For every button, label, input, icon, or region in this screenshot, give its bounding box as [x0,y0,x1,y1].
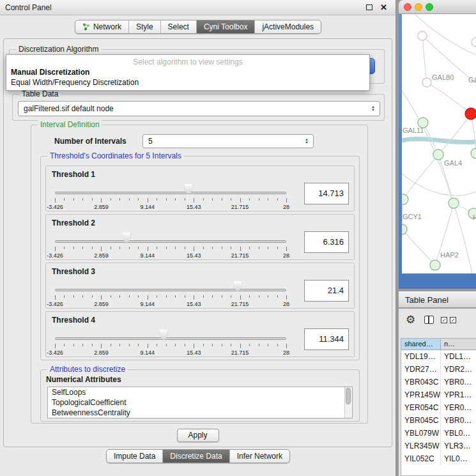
column-header-name[interactable]: n… [441,339,476,349]
table-row[interactable]: YDR27…YDR2… [401,363,476,376]
minimize-traffic-light[interactable] [415,3,422,11]
select-all-checkbox-icon[interactable]: ✓ [441,317,447,323]
table-panel: ⚙ ✓ ✓ shared…n… YDL19…YDL1…YDR27…YDR2…YB… [399,309,476,476]
slider-track[interactable] [55,240,286,243]
tab-cyni-toolbox[interactable]: Cyni Toolbox [196,20,254,33]
tick-mark [166,247,167,249]
cyni-toolbox-panel: Discretization Algorithm ▲ ▼ Select algo… [3,38,392,447]
tick-mark [185,295,185,298]
tick-mark [249,295,250,298]
columns-icon[interactable] [424,316,434,324]
network-canvas[interactable]: GAL80GAGAL11GAL4GCY1HAP2H [402,14,476,273]
threshold-value-field[interactable]: 6.316 [304,231,349,253]
slider-scale: -3.4262.8599.14415.4321.71528 [55,349,286,356]
tick-mark [119,344,120,346]
numerical-attributes-list[interactable]: SelfLoopsTopologicalCoefficientBetweenne… [47,387,353,418]
attribute-item-betweennesscentrality[interactable]: BetweennessCentrality [48,408,352,418]
tick-mark [286,344,287,348]
bottom-tab-discretize-data[interactable]: Discretize Data [162,450,229,463]
scale-label: 15.43 [187,349,201,356]
tick-mark [148,295,148,300]
tick-mark [111,344,111,346]
node-label: GCY1 [403,213,422,220]
network-node[interactable] [430,260,440,270]
slider-ticks [55,295,286,300]
attributes-list-scrollbar[interactable] [344,387,352,418]
bottom-tab-infer-network[interactable]: Infer Network [229,450,289,463]
tick-mark [203,198,204,201]
network-node[interactable] [449,198,459,208]
tick-mark [194,344,194,348]
attributes-group-title: Attributes to discretize [47,365,128,374]
slider-scale: -3.4262.8599.14415.4321.71528 [55,252,286,259]
stepper-down-icon: ▼ [371,109,375,112]
table-row[interactable]: YPR145WYPR1… [401,388,476,401]
tick-mark [148,198,148,203]
slider-track[interactable] [55,337,286,340]
network-node[interactable] [472,38,476,47]
tick-mark [111,198,111,201]
network-node[interactable] [422,78,431,87]
zoom-traffic-light[interactable] [426,3,433,11]
network-edge [402,229,435,265]
threshold-value-field[interactable]: 14.713 [304,183,349,204]
threshold-label: Threshold 4 [52,316,95,325]
network-edge [402,139,476,142]
select-columns-checkbox-icon[interactable]: ✓ [450,317,456,323]
algorithm-option-equal-width-frequency-discretization[interactable]: Equal Width/Frequency Discretization [6,77,369,88]
table-row[interactable]: YER054CYER0… [401,401,476,414]
tab-label: Impute Data [114,452,155,461]
tab-network[interactable]: Network [75,20,128,33]
scrollbar-thumb[interactable] [346,388,351,404]
tick-mark [277,295,278,298]
table-cell: YBL0… [441,427,476,440]
network-node[interactable] [418,31,427,40]
network-node[interactable] [465,108,476,119]
gear-icon[interactable]: ⚙ [406,313,415,326]
algorithm-dropdown-prompt: Select algorithm to view settings [6,57,369,67]
tab-jactivemodules[interactable]: jActiveModules [254,20,321,33]
network-node[interactable] [433,150,443,160]
attribute-item-topologicalcoefficient[interactable]: TopologicalCoefficient [48,397,352,408]
apply-button[interactable]: Apply [177,429,219,442]
tick-mark [175,344,176,346]
tick-mark [222,344,222,346]
table-cell: YBR0… [441,414,476,427]
tick-mark [231,247,231,249]
close-traffic-light[interactable] [404,3,411,11]
column-header-shared-name[interactable]: shared… [401,339,441,349]
scale-label: 9.144 [141,349,155,356]
tick-mark [231,295,231,298]
network-icon [82,23,90,31]
close-icon[interactable]: ✕ [380,3,387,12]
table-row[interactable]: YDL19…YDL1… [401,350,476,363]
tick-mark [82,295,83,298]
bottom-tab-impute-data[interactable]: Impute Data [107,450,162,463]
threshold-slider: -3.4262.8599.14415.4321.71528 [55,328,286,357]
network-node[interactable] [471,148,476,158]
tick-mark [249,198,250,201]
slider-track[interactable] [55,289,286,291]
table-row[interactable]: YLR345WYLR3… [401,440,476,452]
threshold-value-field[interactable]: 11.344 [304,328,349,350]
network-node[interactable] [402,224,407,234]
table-row[interactable]: YBR043CYBR0… [401,376,476,388]
slider-track[interactable] [55,192,286,194]
threshold-value-field[interactable]: 21.4 [304,280,349,302]
table-row[interactable]: YBL079WYBL0… [401,427,476,440]
tick-mark [73,198,74,201]
table-row[interactable]: YBR045CYBR0… [401,414,476,427]
attribute-item-selfloops[interactable]: SelfLoops [48,387,352,397]
network-graph: GAL80GAGAL11GAL4GCY1HAP2H [402,14,476,273]
tab-select[interactable]: Select [160,20,196,33]
table-row[interactable]: YIL052CYIL0… [401,452,476,465]
tab-style[interactable]: Style [128,20,160,33]
algorithm-option-manual-discretization[interactable]: Manual Discretization [6,67,369,77]
tick-mark [111,247,111,249]
network-node[interactable] [402,194,408,204]
slider-scale: -3.4262.8599.14415.4321.71528 [55,301,286,307]
number-of-intervals-combo[interactable]: 5 ▲ ▼ [142,134,314,148]
float-window-icon[interactable] [366,4,372,10]
table-data-combo[interactable]: galFiltered.sif default node ▲ ▼ [18,101,380,116]
tick-mark [129,247,130,249]
